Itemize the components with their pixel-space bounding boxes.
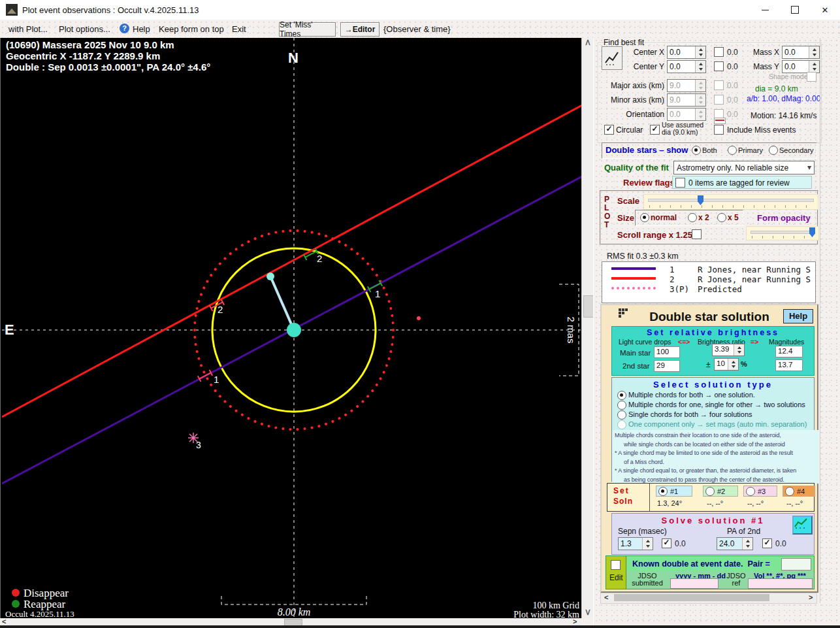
minor-axis-label: Minor axis (km) (599, 95, 664, 105)
solution-1-cell[interactable]: #1 (656, 486, 692, 497)
jdso-ref-label: JDSO ref (725, 572, 747, 587)
review-flags-checkbox[interactable] (675, 178, 685, 188)
orientation-label: Orientation (599, 110, 664, 119)
main-star-drop-input[interactable]: 100 (654, 346, 680, 358)
solution-4-radio[interactable] (785, 487, 794, 496)
scroll-range-checkbox[interactable] (692, 229, 702, 239)
editor-button[interactable]: →Editor (340, 22, 380, 37)
pa-spinner[interactable]: 24.0 (717, 537, 753, 550)
main-star-mag-input[interactable]: 12.4 (775, 346, 803, 357)
minimize-button[interactable] (750, 0, 780, 20)
solution-1-radio[interactable] (658, 487, 668, 496)
mass-y-spinner[interactable]: 0.0 (782, 60, 820, 73)
second-star-drop-input[interactable]: 29 (654, 360, 680, 372)
size-x2-radio[interactable] (688, 213, 697, 222)
mass-x-value: 0.0 (784, 48, 796, 57)
sepn-spin-buttons[interactable] (642, 538, 653, 550)
minimize-icon (762, 10, 769, 10)
circular-checkbox[interactable] (604, 125, 614, 135)
chord-2-line[interactable] (2, 105, 582, 417)
quality-select[interactable]: Astrometry only. No reliable size ▾ (673, 161, 815, 174)
pair-input[interactable] (781, 558, 811, 570)
show-primary-radio[interactable] (728, 146, 737, 155)
solution-type-radio-3[interactable] (617, 410, 626, 420)
solution-2-cell[interactable]: #2 (703, 486, 738, 497)
center-y-spinner[interactable]: 0.0 (667, 60, 706, 73)
plot-canvas[interactable]: 2 2 1 1 3 (10690) Massera 2025 Nov 10 9.… (0, 38, 582, 618)
show-both-radio[interactable] (692, 146, 701, 155)
ratio-spinner[interactable]: 3.39 (712, 344, 745, 356)
panel-horizontal-scrollbar[interactable]: < > (600, 593, 817, 604)
sepn-spinner[interactable]: 1.3 (618, 537, 653, 550)
menu-exit[interactable]: Exit (232, 24, 246, 34)
solution-4-cell[interactable]: #4 (783, 486, 815, 497)
companion-connector-line (270, 276, 294, 330)
close-button[interactable]: ✕ (810, 0, 840, 20)
panel-scroll-left-icon[interactable]: < (604, 593, 608, 601)
shape-model-label: Shape model (769, 73, 809, 80)
second-star-mag-input[interactable]: 13.7 (775, 359, 803, 371)
menu-help[interactable]: Help (133, 24, 150, 34)
jdso-submitted-input[interactable] (670, 578, 719, 589)
solution-2-radio[interactable] (705, 487, 715, 496)
center-x-spinner[interactable]: 0.0 (667, 46, 706, 59)
note-line: * A single chord may be limited to one s… (615, 449, 816, 458)
jdso-ref-input[interactable] (748, 578, 813, 589)
tolerance-spinner[interactable]: 10 (714, 358, 739, 371)
scale-slider-track (648, 199, 814, 202)
solution-type-radio-2[interactable] (617, 401, 626, 410)
help-button[interactable]: Help (783, 309, 813, 323)
solution-3-radio[interactable] (746, 487, 755, 496)
scroll-left-icon[interactable]: < (2, 618, 6, 625)
menu-plot-options[interactable]: Plot options... (59, 24, 110, 34)
solution-3-cell[interactable]: #3 (743, 486, 777, 497)
size-normal-radio[interactable] (640, 213, 649, 222)
mass-x-spinner[interactable]: 0.0 (782, 46, 820, 59)
scroll-up-icon[interactable]: ᐱ (582, 38, 594, 48)
solution-type-option-2: Multiple chords for one, single for othe… (628, 401, 805, 408)
opacity-slider-track (751, 231, 815, 234)
plot-header-line1: (10690) Massera 2025 Nov 10 9.0 km (6, 39, 174, 50)
center-x-spin-buttons[interactable] (695, 46, 705, 58)
mass-y-spin-buttons[interactable] (809, 61, 819, 73)
menu-keep-on-top[interactable]: Keep form on top (159, 24, 224, 34)
size-x5-label: x 5 (728, 213, 739, 222)
predicted-dot (417, 316, 421, 320)
solution-type-radio-1[interactable] (617, 391, 626, 400)
set-miss-times-button[interactable]: Set 'Miss' Times (279, 22, 336, 37)
center-y-spin-buttons[interactable] (695, 61, 705, 73)
include-miss-checkbox[interactable] (714, 125, 724, 135)
use-assumed-checkbox[interactable] (650, 125, 660, 135)
second-star-mag-value: 13.7 (778, 361, 792, 369)
mass-x-spin-buttons[interactable] (809, 46, 819, 58)
pa-spin-buttons[interactable] (742, 538, 752, 550)
plot-horizontal-scrollbar[interactable]: < > (0, 618, 581, 625)
plot-vertical-scrollbar[interactable]: ᐱ ᐯ (581, 38, 594, 618)
pa-lock-checkbox[interactable] (762, 538, 772, 548)
menu-with-plot[interactable]: with Plot... (8, 24, 48, 34)
form-opacity-slider[interactable] (746, 226, 819, 240)
maximize-button[interactable] (780, 0, 810, 20)
disappear-dot-icon (12, 589, 20, 597)
edit-checkbox[interactable] (611, 560, 621, 570)
scale-slider-thumb[interactable] (698, 195, 703, 205)
panel-hscroll-thumb[interactable] (614, 594, 769, 601)
scale-slider[interactable] (643, 194, 818, 210)
plot-vscroll-thumb[interactable] (583, 295, 594, 318)
chord2-line-sample (611, 277, 656, 280)
scroll-right-icon[interactable]: > (573, 618, 577, 625)
center-y-checkbox[interactable] (714, 61, 724, 71)
center-x-checkbox[interactable] (714, 47, 724, 57)
solve-button[interactable] (792, 516, 813, 535)
show-secondary-radio[interactable] (769, 146, 778, 155)
window-bottom-edge (0, 625, 840, 628)
chord2-label-left: 2 (218, 304, 223, 315)
ratio-spin-buttons[interactable] (734, 344, 744, 355)
scroll-down-icon[interactable]: ᐯ (582, 608, 594, 618)
sepn-lock-checkbox[interactable] (662, 538, 671, 548)
shape-model-checkbox[interactable] (807, 72, 816, 82)
panel-scroll-right-icon[interactable]: > (809, 593, 813, 601)
size-x5-radio[interactable] (717, 213, 726, 222)
tolerance-spin-buttons[interactable] (728, 359, 738, 370)
sepn-label: Sepn (masec) (618, 527, 667, 536)
